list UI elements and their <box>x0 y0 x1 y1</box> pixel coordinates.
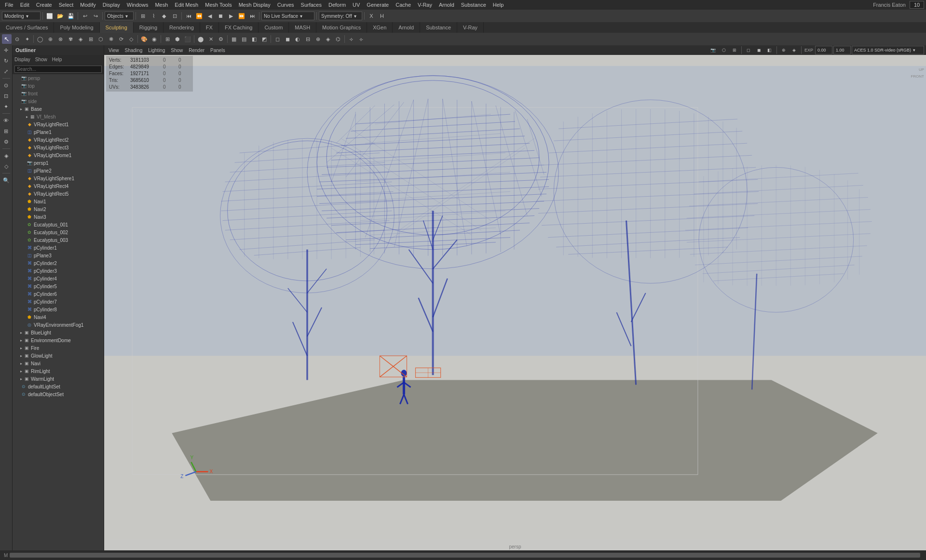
lp-move-btn[interactable]: ✛ <box>1 45 11 55</box>
paint-vertex-btn[interactable]: 🎨 <box>139 34 149 44</box>
mode-dropdown[interactable]: Modeling▾ <box>2 12 41 20</box>
tree-item-eucalyptus002[interactable]: ✿ Eucalyptus_002 <box>13 228 104 236</box>
tree-item-pplane3[interactable]: ◫ pPlane3 <box>13 252 104 259</box>
vp-render-btn[interactable]: Render <box>186 47 207 53</box>
tree-item-pcylinder7[interactable]: ⌘ pCylinder7 <box>13 298 104 306</box>
viewport-panel[interactable]: View Shading Lighting Show Render Panels… <box>104 45 926 550</box>
sculpt-grab-btn[interactable]: ✾ <box>66 34 75 44</box>
open-btn[interactable]: 📂 <box>55 11 65 21</box>
erase-btn[interactable]: ✕ <box>206 34 216 44</box>
display4-btn[interactable]: ⊟ <box>303 34 313 44</box>
menu-edit-mesh[interactable]: Edit Mesh <box>172 1 201 8</box>
tree-item-vraylightrect4[interactable]: ◆ VRayLightRect4 <box>13 182 104 190</box>
symmetry-dropdown[interactable]: Symmetry: Off▾ <box>319 12 362 20</box>
exposure-value[interactable]: 0.00 <box>815 46 832 54</box>
menu-create[interactable]: Create <box>33 1 55 8</box>
outliner-search-input[interactable] <box>14 66 102 73</box>
xform1-btn[interactable]: ⟢ <box>346 34 356 44</box>
lp-frame-btn[interactable]: ⊞ <box>1 126 11 136</box>
go-start-btn[interactable]: ⏮ <box>184 11 193 21</box>
tree-item-rimlight[interactable]: ▸ ▣ RimLight <box>13 367 104 375</box>
tree-item-navi2[interactable]: ⬟ Navi2 <box>13 205 104 213</box>
tree-item-vf-mesh[interactable]: ▸ ▦ Vf_Mesh <box>13 113 104 120</box>
tree-item-envdome[interactable]: ▸ ▣ EnvironmentDome <box>13 336 104 344</box>
tab-rigging[interactable]: Rigging <box>134 22 163 33</box>
menu-file[interactable]: File <box>2 1 16 8</box>
hide-btn[interactable]: H <box>377 11 387 21</box>
vp-cam-btn[interactable]: 📷 <box>708 45 718 55</box>
play-fwd-btn[interactable]: ▶ <box>226 11 236 21</box>
viewport-3d[interactable]: X Y Z UP FRONT persp <box>104 55 926 550</box>
display7-btn[interactable]: ⌬ <box>333 34 343 44</box>
select-tool-btn[interactable]: ↖ <box>2 34 12 44</box>
tab-xgen[interactable]: XGen <box>367 22 393 33</box>
sculpt-spray-btn[interactable]: ❋ <box>106 34 116 44</box>
deform1-btn[interactable]: ▦ <box>229 34 239 44</box>
lp-paint-btn[interactable]: ✦ <box>1 102 11 111</box>
tree-item-side[interactable]: 📷 side <box>13 97 104 105</box>
menu-mesh[interactable]: Mesh <box>152 1 171 8</box>
tab-sculpting[interactable]: Sculpting <box>100 22 134 33</box>
lp-scale-btn[interactable]: ⤢ <box>1 67 11 76</box>
menu-modify[interactable]: Modify <box>77 1 98 8</box>
remesh-btn[interactable]: ⊞ <box>163 34 172 44</box>
tree-item-eucalyptus003[interactable]: ✿ Eucalyptus_003 <box>13 236 104 244</box>
lp-soft-select-btn[interactable]: ⊙ <box>1 80 11 90</box>
smooth-mesh-btn[interactable]: ⬢ <box>173 34 182 44</box>
vp-lighting-btn[interactable]: Lighting <box>146 47 167 53</box>
flood-btn[interactable]: ⬤ <box>196 34 205 44</box>
gamma-value[interactable]: 1.00 <box>833 46 851 54</box>
menu-substance[interactable]: Substance <box>458 1 489 8</box>
display3-btn[interactable]: ◐ <box>293 34 302 44</box>
tree-item-vraylightrect1[interactable]: ◆ VRayLightRect1 <box>13 120 104 128</box>
display5-btn[interactable]: ⊕ <box>313 34 323 44</box>
sculpt-smooth-btn[interactable]: ⊕ <box>45 34 55 44</box>
sculpt-pinch-btn[interactable]: ◈ <box>76 34 85 44</box>
stop-btn[interactable]: ⏹ <box>216 11 225 21</box>
tree-item-vraylightrect3[interactable]: ◆ VRayLightRect3 <box>13 144 104 151</box>
play-back-btn[interactable]: ◀ <box>205 11 215 21</box>
vp-grid-btn[interactable]: ⊞ <box>730 45 739 55</box>
redo-btn[interactable]: ↪ <box>91 11 100 21</box>
settings-btn[interactable]: ⚙ <box>216 34 226 44</box>
save-btn[interactable]: 💾 <box>66 11 76 21</box>
tree-item-pcylinder5[interactable]: ⌘ pCylinder5 <box>13 282 104 290</box>
tree-item-navi-group[interactable]: ▸ ▣ Navi <box>13 360 104 367</box>
display2-btn[interactable]: ◼ <box>283 34 292 44</box>
sculpt-relax-btn[interactable]: ⊗ <box>55 34 65 44</box>
step-fwd-btn[interactable]: ⏩ <box>237 11 246 21</box>
live-surface-dropdown[interactable]: No Live Surface▾ <box>261 12 314 20</box>
tab-substance[interactable]: Substance <box>420 22 457 33</box>
new-scene-btn[interactable]: ⬜ <box>45 11 54 21</box>
tree-item-defaultobjectset[interactable]: ⊙ defaultObjectSet <box>13 390 104 398</box>
tree-item-pcylinder2[interactable]: ⌘ pCylinder2 <box>13 259 104 267</box>
sculpt-repeat-btn[interactable]: ⟳ <box>116 34 126 44</box>
tab-vray[interactable]: V-Ray <box>457 22 484 33</box>
tab-custom[interactable]: Custom <box>259 22 289 33</box>
tab-motion-graphics[interactable]: Motion Graphics <box>316 22 367 33</box>
tree-item-bluelight[interactable]: ▸ ▣ BlueLight <box>13 329 104 336</box>
vp-flat-btn[interactable]: ◧ <box>765 45 775 55</box>
tree-item-pcylinder1[interactable]: ⌘ pCylinder1 <box>13 244 104 252</box>
snap-grid-btn[interactable]: ⊞ <box>138 11 148 21</box>
tree-item-vraylightsphere1[interactable]: ◆ VRayLightSphere1 <box>13 174 104 182</box>
vp-panels-btn[interactable]: Panels <box>208 47 228 53</box>
sculpt-push-btn[interactable]: ◯ <box>35 34 45 44</box>
tree-item-persp1[interactable]: 📷 persp1 <box>13 159 104 167</box>
tree-item-pplane1[interactable]: ◫ pPlane1 <box>13 128 104 136</box>
objects-dropdown[interactable]: Objects▾ <box>105 12 134 20</box>
menu-deform[interactable]: Deform <box>326 1 349 8</box>
tree-item-glowlight[interactable]: ▸ ▣ GlowLight <box>13 352 104 360</box>
menu-help[interactable]: Help <box>490 1 507 8</box>
menu-surfaces[interactable]: Surfaces <box>298 1 325 8</box>
tree-item-vraylightrect2[interactable]: ◆ VRayLightRect2 <box>13 136 104 144</box>
lp-node-btn[interactable]: ◈ <box>1 151 11 160</box>
menu-select[interactable]: Select <box>56 1 77 8</box>
tab-arnold[interactable]: Arnold <box>393 22 420 33</box>
outliner-nav-help[interactable]: Help <box>52 57 62 62</box>
menu-display[interactable]: Display <box>100 1 123 8</box>
sculpt-imprint-btn[interactable]: ◇ <box>126 34 136 44</box>
tab-mash[interactable]: MASH <box>289 22 316 33</box>
snap-point-btn[interactable]: ◆ <box>159 11 169 21</box>
vp-smooth-btn[interactable]: ◼ <box>754 45 764 55</box>
